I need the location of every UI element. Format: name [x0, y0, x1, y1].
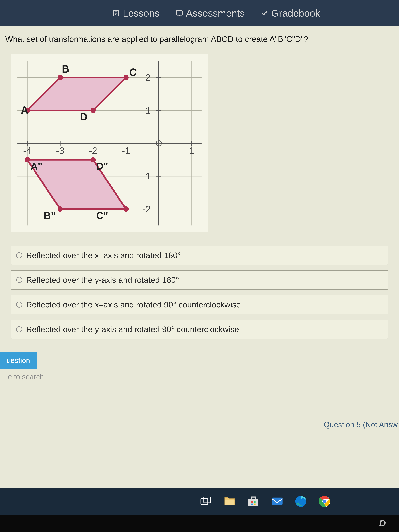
- svg-text:-2: -2: [89, 146, 97, 156]
- store-icon[interactable]: [245, 494, 261, 509]
- top-navigation: Lessons Assessments Gradebook: [0, 0, 399, 26]
- answer-option-2[interactable]: Reflected over the y-axis and rotated 18…: [11, 270, 388, 290]
- answer-text-2: Reflected over the y-axis and rotated 18…: [26, 275, 179, 285]
- svg-rect-61: [254, 501, 256, 503]
- svg-text:C": C": [96, 210, 108, 221]
- radio-icon: [16, 277, 22, 283]
- svg-point-31: [57, 75, 63, 80]
- svg-marker-29: [27, 77, 126, 110]
- laptop-bezel: D: [0, 515, 399, 532]
- svg-rect-59: [248, 499, 258, 506]
- answer-option-1[interactable]: Reflected over the x–axis and rotated 18…: [11, 246, 388, 265]
- svg-text:-1: -1: [142, 171, 151, 181]
- dell-logo: D: [379, 518, 386, 529]
- nav-gradebook[interactable]: Gradebook: [261, 7, 320, 19]
- svg-text:1: 1: [189, 146, 194, 156]
- question-text: What set of transformations are applied …: [5, 34, 394, 44]
- svg-point-36: [90, 157, 96, 162]
- radio-icon: [16, 302, 22, 308]
- taskbar: [0, 488, 399, 515]
- svg-text:1: 1: [146, 105, 151, 116]
- svg-point-35: [25, 157, 30, 162]
- svg-text:-3: -3: [56, 146, 64, 156]
- svg-rect-63: [254, 504, 256, 505]
- svg-rect-62: [251, 504, 253, 505]
- search-text[interactable]: e to search: [5, 368, 394, 381]
- nav-lessons[interactable]: Lessons: [112, 7, 159, 19]
- nav-assessments-label: Assessments: [186, 7, 245, 19]
- graph-container: -4 -3 -2 -1 1 2 1 -1 -2 A B C D A" D" B"…: [11, 54, 209, 232]
- mail-icon[interactable]: [269, 494, 285, 509]
- svg-rect-57: [204, 497, 211, 503]
- answer-text-4: Reflected over the y-axis and rotated 90…: [26, 325, 239, 334]
- assessments-icon: [175, 9, 183, 17]
- coordinate-graph: -4 -3 -2 -1 1 2 1 -1 -2 A B C D A" D" B"…: [11, 55, 208, 232]
- svg-rect-58: [225, 500, 234, 505]
- svg-rect-4: [176, 11, 182, 15]
- nav-gradebook-label: Gradebook: [271, 7, 320, 19]
- svg-rect-64: [272, 498, 283, 505]
- svg-text:-1: -1: [122, 146, 130, 156]
- answer-options: Reflected over the x–axis and rotated 18…: [5, 246, 394, 339]
- radio-icon: [16, 326, 22, 332]
- svg-text:D": D": [96, 161, 108, 172]
- question-button[interactable]: uestion: [0, 352, 37, 368]
- svg-point-38: [57, 207, 63, 212]
- svg-text:A": A": [31, 161, 42, 172]
- svg-text:-4: -4: [23, 146, 32, 156]
- svg-point-37: [123, 207, 129, 212]
- gradebook-icon: [261, 9, 268, 17]
- file-explorer-icon[interactable]: [222, 494, 238, 509]
- edge-icon[interactable]: [293, 494, 309, 509]
- svg-text:-2: -2: [142, 204, 151, 214]
- chrome-icon[interactable]: [317, 494, 333, 509]
- answer-option-3[interactable]: Reflected over the x–axis and rotated 90…: [11, 295, 388, 314]
- question-status: Question 5 (Not Answ: [324, 420, 398, 429]
- content-area: What set of transformations are applied …: [0, 26, 399, 488]
- nav-lessons-label: Lessons: [123, 7, 159, 19]
- lessons-icon: [112, 9, 120, 17]
- answer-option-4[interactable]: Reflected over the y-axis and rotated 90…: [11, 320, 388, 339]
- answer-text-3: Reflected over the x–axis and rotated 90…: [26, 300, 241, 309]
- task-view-icon[interactable]: [198, 494, 214, 509]
- svg-rect-60: [251, 501, 253, 503]
- answer-text-1: Reflected over the x–axis and rotated 18…: [26, 251, 181, 260]
- svg-text:B": B": [44, 210, 55, 221]
- svg-text:D: D: [80, 111, 88, 123]
- svg-text:A: A: [21, 104, 28, 116]
- svg-text:2: 2: [146, 72, 151, 83]
- nav-assessments[interactable]: Assessments: [175, 7, 245, 19]
- svg-point-32: [123, 75, 129, 80]
- svg-text:C: C: [129, 66, 137, 78]
- svg-point-33: [90, 108, 96, 113]
- radio-icon: [16, 252, 22, 258]
- svg-rect-56: [201, 499, 208, 504]
- svg-point-19: [158, 142, 160, 144]
- svg-text:B: B: [62, 63, 70, 75]
